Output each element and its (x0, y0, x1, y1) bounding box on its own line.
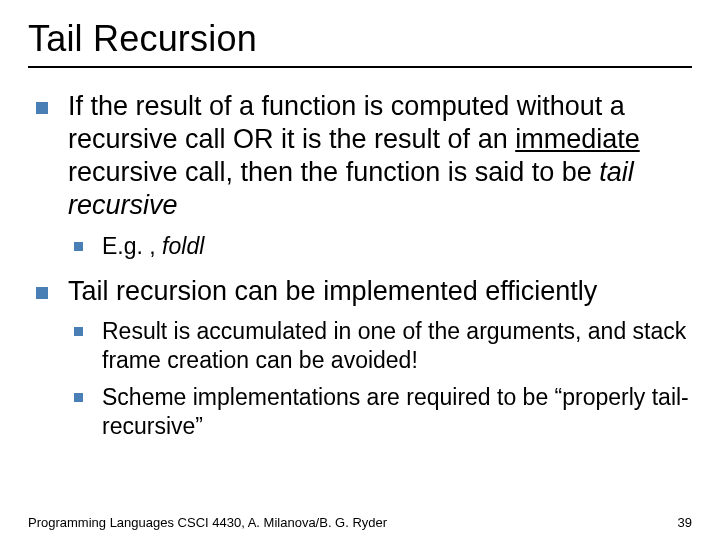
list-item: If the result of a function is computed … (28, 90, 692, 261)
text: Tail recursion can be implemented effici… (68, 276, 597, 306)
text-italic: foldl (162, 233, 204, 259)
footer-text: Programming Languages CSCI 4430, A. Mila… (28, 515, 387, 530)
slide: Tail Recursion If the result of a functi… (0, 0, 720, 540)
text: recursive call, then the function is sai… (68, 157, 599, 187)
bullet-list: If the result of a function is computed … (28, 90, 692, 440)
slide-title: Tail Recursion (28, 18, 692, 60)
footer: Programming Languages CSCI 4430, A. Mila… (28, 515, 692, 530)
text-underlined: immediate (515, 124, 640, 154)
sub-list: E.g. , foldl (68, 232, 692, 261)
list-item: Result is accumulated in one of the argu… (68, 317, 692, 375)
page-number: 39 (678, 515, 692, 530)
list-item: Tail recursion can be implemented effici… (28, 275, 692, 441)
sub-list: Result is accumulated in one of the argu… (68, 317, 692, 440)
text: Scheme implementations are required to b… (102, 384, 689, 439)
text: E.g. , (102, 233, 162, 259)
title-rule (28, 66, 692, 68)
list-item: Scheme implementations are required to b… (68, 383, 692, 441)
text: Result is accumulated in one of the argu… (102, 318, 686, 373)
list-item: E.g. , foldl (68, 232, 692, 261)
